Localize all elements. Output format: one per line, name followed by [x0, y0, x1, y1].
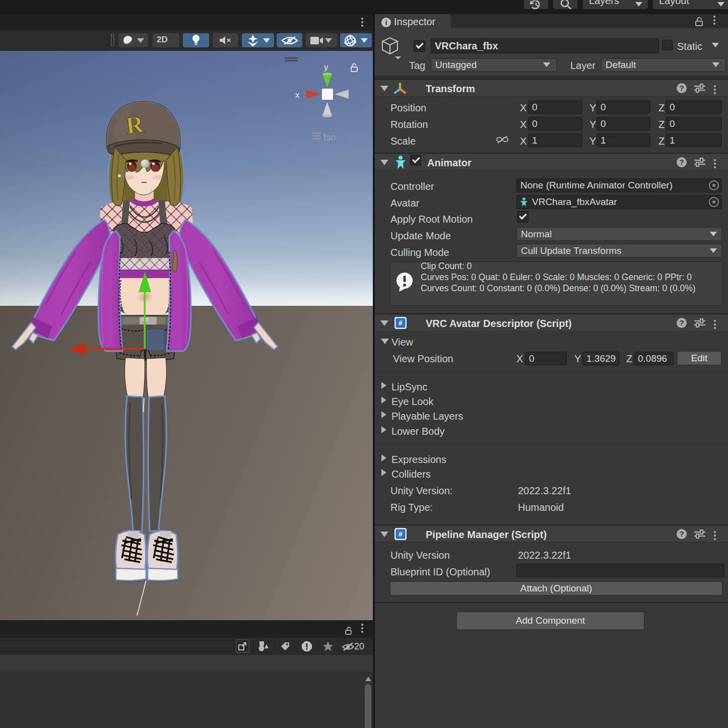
svg-text:x: x — [295, 90, 300, 100]
svg-text:#: # — [399, 530, 403, 538]
svg-text:y: y — [324, 62, 328, 72]
svg-text:#: # — [399, 319, 403, 327]
svg-text:Iso: Iso — [323, 133, 336, 143]
